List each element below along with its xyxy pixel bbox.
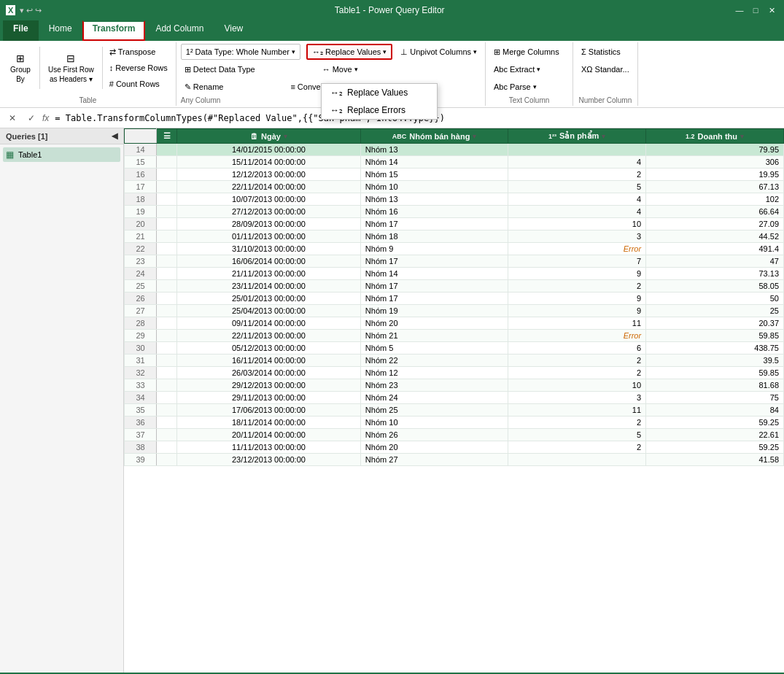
statistics-button[interactable]: Σ Statistics xyxy=(578,44,633,60)
parse-button[interactable]: Abc Parse ▾ xyxy=(490,79,568,95)
cell-select[interactable] xyxy=(157,417,177,429)
cell-select[interactable] xyxy=(157,181,177,193)
use-first-row-button[interactable]: ⊟ Use First Rowas Headers ▾ xyxy=(43,45,99,90)
group-by-button[interactable]: ⊞ GroupBy xyxy=(4,45,36,90)
rename-button[interactable]: ✎ Rename xyxy=(181,79,228,95)
col-header-nhom[interactable]: ABC Nhóm bán hàng ▾ xyxy=(360,129,508,144)
table-area[interactable]: ☰ 🗓 Ngày ▾ ABC Nhóm bán hàng ▾ xyxy=(124,128,784,673)
cell-select[interactable] xyxy=(157,392,177,404)
tab-add-column[interactable]: Add Column xyxy=(145,20,214,41)
table-row[interactable]: 3811/11/2013 00:00:00Nhóm 20259.25 xyxy=(125,441,784,454)
table-row[interactable]: 1927/12/2013 00:00:00Nhóm 16466.64 xyxy=(125,206,784,218)
cell-select[interactable] xyxy=(157,305,177,317)
unpivot-icon: ⊥ xyxy=(400,47,408,57)
merge-columns-button[interactable]: ⊞ Merge Columns xyxy=(490,44,568,60)
cell-select[interactable] xyxy=(157,280,177,293)
table-row[interactable]: 2231/10/2013 00:00:00Nhóm 9Error491.4 xyxy=(125,243,784,255)
col-header-sanpham[interactable]: 1²³ Sản phẩm ▾ xyxy=(508,129,646,144)
cell-select[interactable] xyxy=(157,268,177,280)
replace-values-button[interactable]: ↔₂ Replace Values ▾ xyxy=(306,44,392,60)
table-row[interactable]: 1612/12/2013 00:00:00Nhóm 15219.95 xyxy=(125,168,784,181)
cell-select[interactable] xyxy=(157,168,177,181)
cell-select[interactable] xyxy=(157,206,177,218)
cell-select[interactable] xyxy=(157,243,177,255)
cell-ngay: 23/12/2013 00:00:00 xyxy=(177,454,361,466)
doanhthu-filter-btn[interactable]: ▾ xyxy=(740,133,744,140)
table-row[interactable]: 3005/12/2013 00:00:00Nhóm 56438.75 xyxy=(125,342,784,355)
cell-select[interactable] xyxy=(157,404,177,417)
table-row[interactable]: 2421/11/2013 00:00:00Nhóm 14973.13 xyxy=(125,268,784,280)
table-row[interactable]: 2625/01/2013 00:00:00Nhóm 17950 xyxy=(125,293,784,305)
cell-select[interactable] xyxy=(157,330,177,342)
tab-transform[interactable]: Transform xyxy=(82,20,146,41)
cell-select[interactable] xyxy=(157,255,177,268)
cell-select[interactable] xyxy=(157,293,177,305)
extract-button[interactable]: Abc Extract ▾ xyxy=(490,61,568,77)
detect-data-type-button[interactable]: ⊞ Detect Data Type xyxy=(181,61,259,77)
cell-select[interactable] xyxy=(157,317,177,330)
ngay-filter-btn[interactable]: ▾ xyxy=(284,133,287,140)
standard-button[interactable]: XΩ Standar... xyxy=(578,61,633,77)
table-row[interactable]: 1722/11/2014 00:00:00Nhóm 10567.13 xyxy=(125,181,784,193)
reverse-rows-button[interactable]: ↕ Reverse Rows xyxy=(106,60,171,76)
cell-select[interactable] xyxy=(157,441,177,454)
table-row[interactable]: 2809/11/2014 00:00:00Nhóm 201120.37 xyxy=(125,317,784,330)
cell-select[interactable] xyxy=(157,231,177,243)
table-row[interactable]: 3329/12/2013 00:00:00Nhóm 231081.68 xyxy=(125,379,784,392)
col-header-select[interactable]: ☰ xyxy=(157,129,177,144)
cell-select[interactable] xyxy=(157,367,177,379)
table-row[interactable]: 3720/11/2014 00:00:00Nhóm 26522.61 xyxy=(125,429,784,441)
table-row[interactable]: 2725/04/2013 00:00:00Nhóm 19925 xyxy=(125,305,784,317)
table-row[interactable]: 2101/11/2013 00:00:00Nhóm 18344.52 xyxy=(125,231,784,243)
formula-cancel-button[interactable]: ✕ xyxy=(4,110,20,126)
cell-select[interactable] xyxy=(157,454,177,466)
cell-ngay: 28/09/2013 00:00:00 xyxy=(177,218,361,231)
table-row[interactable]: 3923/12/2013 00:00:00Nhóm 2741.58 xyxy=(125,454,784,466)
cell-select[interactable] xyxy=(157,429,177,441)
cell-ngay: 26/03/2014 00:00:00 xyxy=(177,367,361,379)
nhom-filter-btn[interactable]: ▾ xyxy=(473,133,476,140)
table-row[interactable]: 3429/11/2013 00:00:00Nhóm 24375 xyxy=(125,392,784,404)
table-row[interactable]: 1810/07/2013 00:00:00Nhóm 134102 xyxy=(125,193,784,206)
dropdown-item-replace-errors[interactable]: ↔₂ Replace Errors xyxy=(322,101,437,119)
table-row[interactable]: 2316/06/2014 00:00:00Nhóm 17747 xyxy=(125,255,784,268)
data-type-label: Data Type: Whole Number xyxy=(195,47,290,56)
table-row[interactable]: 2028/09/2013 00:00:00Nhóm 171027.09 xyxy=(125,218,784,231)
col-header-doanhthu[interactable]: 1.2 Doanh thu ▾ xyxy=(646,129,784,144)
table-row[interactable]: 2922/11/2013 00:00:00Nhóm 21Error59.85 xyxy=(125,330,784,342)
cell-select[interactable] xyxy=(157,355,177,367)
tab-view[interactable]: View xyxy=(214,20,253,41)
table-row[interactable]: 3517/06/2013 00:00:00Nhóm 251184 xyxy=(125,404,784,417)
cell-select[interactable] xyxy=(157,193,177,206)
maximize-btn[interactable]: □ xyxy=(749,4,762,17)
formula-confirm-button[interactable]: ✓ xyxy=(23,110,39,126)
dropdown-item-replace-values[interactable]: ↔₂ Replace Values xyxy=(322,84,437,101)
count-rows-button[interactable]: # Count Rows xyxy=(106,76,171,92)
cell-select[interactable] xyxy=(157,144,177,156)
move-button[interactable]: ↔ Move ▾ xyxy=(319,61,362,77)
col-header-ngay[interactable]: 🗓 Ngày ▾ xyxy=(177,129,361,144)
query-item-table1[interactable]: ▦ Table1 xyxy=(3,147,120,162)
queries-collapse-btn[interactable]: ◀ xyxy=(112,131,117,141)
table-row[interactable]: 1515/11/2014 00:00:00Nhóm 144306 xyxy=(125,156,784,168)
tab-home[interactable]: Home xyxy=(39,20,82,41)
table-row[interactable]: 3618/11/2014 00:00:00Nhóm 10259.25 xyxy=(125,417,784,429)
cell-sanpham: 9 xyxy=(508,268,646,280)
unpivot-columns-button[interactable]: ⊥ Unpivot Columns ▾ xyxy=(397,44,481,60)
table-row[interactable]: 1414/01/2015 00:00:00Nhóm 1379.95 xyxy=(125,144,784,156)
sanpham-filter-btn[interactable]: ▾ xyxy=(602,133,605,140)
cell-select[interactable] xyxy=(157,218,177,231)
table-row[interactable]: 2523/11/2014 00:00:00Nhóm 17258.05 xyxy=(125,280,784,293)
window-controls[interactable]: — □ ✕ xyxy=(733,4,778,17)
close-btn[interactable]: ✕ xyxy=(765,4,778,17)
cell-select[interactable] xyxy=(157,379,177,392)
cell-nhom: Nhóm 13 xyxy=(360,144,508,156)
minimize-btn[interactable]: — xyxy=(733,4,746,17)
table-row[interactable]: 3226/03/2014 00:00:00Nhóm 12259.85 xyxy=(125,367,784,379)
transpose-button[interactable]: ⇄ Transpose xyxy=(106,44,171,60)
data-type-button[interactable]: 1² Data Type: Whole Number ▾ xyxy=(181,44,300,60)
cell-select[interactable] xyxy=(157,342,177,355)
cell-select[interactable] xyxy=(157,156,177,168)
table-row[interactable]: 3116/11/2014 00:00:00Nhóm 22239.5 xyxy=(125,355,784,367)
tab-file[interactable]: File xyxy=(3,20,39,41)
